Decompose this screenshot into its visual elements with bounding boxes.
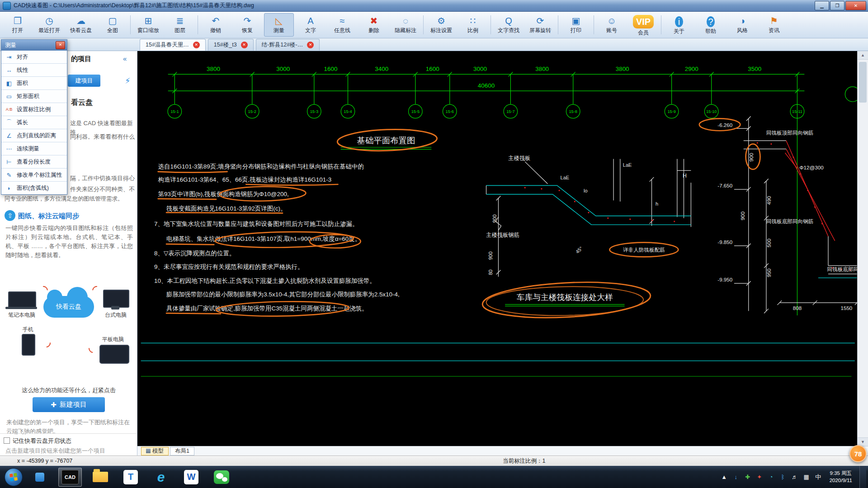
screen-rotate-button[interactable]: ⟳屏幕旋转	[525, 13, 555, 37]
open-button[interactable]: ❐打开	[3, 13, 33, 37]
svg-text:3000: 3000	[276, 66, 290, 72]
window-zoom-button[interactable]: ⊞窗口缩放	[133, 13, 163, 37]
annotation-settings-button[interactable]: ⚙标注设置	[426, 13, 456, 37]
svg-text:LaE: LaE	[623, 162, 632, 168]
text-search-button[interactable]: Q文字查找	[494, 13, 524, 37]
tray-expand-icon[interactable]: ▲	[720, 474, 728, 480]
health-tray-icon[interactable]: ✚	[744, 474, 752, 480]
taskbar-ie[interactable]: e	[149, 468, 173, 487]
scroll-up-icon[interactable]: ▲	[858, 51, 868, 60]
palette-item-segment-length[interactable]: ⊢查看分段长度	[1, 155, 67, 169]
taskbar-wps[interactable]: W	[179, 468, 203, 487]
new-project-small-button[interactable]: 建项目	[68, 75, 100, 87]
svg-text:808: 808	[793, 305, 802, 311]
svg-text:15-9: 15-9	[667, 109, 675, 114]
svg-text:15-4: 15-4	[344, 109, 352, 114]
checkbox-icon[interactable]	[4, 437, 10, 444]
scrollbar-thumb[interactable]	[859, 62, 867, 103]
text-icon: A	[307, 15, 313, 26]
volume-icon[interactable]: ♬	[791, 474, 799, 480]
measure-palette: 测量 ✕ ⇥对齐 ↔线性 ◧面积 ▭矩形面积 A:B设置标注比例 ⌒弧长 ∠点到…	[1, 39, 67, 195]
svg-text:-6.260: -6.260	[717, 122, 732, 128]
redo-button[interactable]: ↷恢复	[232, 13, 262, 37]
tab-close-icon[interactable]: ✕	[241, 42, 248, 48]
palette-item-rect-area[interactable]: ▭矩形面积	[1, 90, 67, 103]
palette-item-align[interactable]: ⇥对齐	[1, 51, 67, 64]
svg-text:h: h	[656, 201, 658, 206]
palette-item-arc-length[interactable]: ⌒弧长	[1, 116, 67, 129]
svg-text:15-5: 15-5	[411, 109, 420, 114]
security-tray-icon[interactable]: ✦	[755, 474, 764, 480]
palette-item-linear[interactable]: ↔线性	[1, 64, 67, 77]
freeline-button[interactable]: ≈任意线	[327, 13, 357, 37]
tab-doc-2[interactable]: 15#楼_t3 ✕	[208, 39, 254, 51]
tab-doc-1[interactable]: 15#温县春天里… ✕	[140, 39, 206, 51]
taskbar-wechat[interactable]	[210, 468, 233, 487]
layers-button[interactable]: ≣图层	[165, 13, 195, 37]
phone-label: 手机	[18, 326, 38, 333]
recent-open-button[interactable]: ◷最近打开	[34, 13, 64, 37]
palette-close-icon[interactable]: ✕	[56, 41, 65, 49]
undo-button[interactable]: ↶撤销	[201, 13, 231, 37]
hide-annotation-button[interactable]: ◌隐藏标注	[391, 13, 420, 37]
palette-item-area[interactable]: ◧面积	[1, 77, 67, 90]
svg-text:3800: 3800	[207, 66, 220, 72]
new-project-button[interactable]: ✚ 新建项目	[33, 397, 105, 412]
tab-doc-3[interactable]: 结-辉县12#楼-… ✕	[256, 39, 320, 51]
start-button[interactable]	[5, 468, 23, 486]
account-button[interactable]: ☺账号	[597, 13, 627, 37]
palette-titlebar[interactable]: 测量 ✕	[1, 40, 67, 51]
scale-button[interactable]: ∷比例	[458, 13, 488, 37]
floating-speed-badge[interactable]: 78	[849, 445, 867, 462]
text-button[interactable]: A文字	[296, 13, 326, 37]
remember-checkbox-row[interactable]: 记住快看云盘开启状态	[4, 437, 71, 445]
print-button[interactable]: ▣打印	[561, 13, 591, 37]
scroll-down-icon[interactable]: ▼	[858, 437, 868, 446]
cloud-drive-button[interactable]: ☁快看云盘	[66, 13, 96, 37]
tab-layout1[interactable]: 布局1	[170, 447, 194, 455]
taskbar-t-app[interactable]: T	[119, 468, 142, 487]
palette-item-set-scale[interactable]: A:B设置标注比例	[1, 103, 67, 116]
angle-icon: ∠	[5, 132, 14, 139]
sidebar-header-partial: 的项目	[71, 55, 91, 63]
drawing-canvas[interactable]: 3800 3000 1600 3400 1600 3000 3800 3800 …	[137, 51, 857, 446]
maximize-button[interactable]: ❐	[830, 1, 844, 10]
tab-model[interactable]: 模型	[141, 447, 169, 455]
sync-tray-icon[interactable]: ◔	[767, 474, 775, 480]
palette-item-edit-annotation[interactable]: ✎修改单个标注属性	[1, 169, 67, 182]
taskbar-quick-launch[interactable]	[28, 468, 52, 487]
ime-icon[interactable]: 中	[814, 473, 822, 481]
svg-text:车库与主楼筏板连接处大样: 车库与主楼筏板连接处大样	[517, 293, 613, 302]
tab-close-icon[interactable]: ✕	[193, 42, 200, 48]
drawing-viewport[interactable]: 3800 3000 1600 3400 1600 3000 3800 3800 …	[137, 51, 857, 446]
palette-item-point-line-distance[interactable]: ∠点到直线的距离	[1, 129, 67, 142]
network-icon[interactable]: ▦	[802, 474, 811, 480]
style-button[interactable]: ◑风格	[727, 13, 757, 37]
help-icon: ?	[707, 16, 715, 27]
show-desktop-button[interactable]	[859, 466, 866, 488]
delete-button[interactable]: ✖删除	[359, 13, 389, 37]
close-button[interactable]: ✕	[845, 1, 866, 10]
palette-item-continuous-measure[interactable]: ⋯连续测量	[1, 142, 67, 155]
taskbar-cad-app[interactable]: CAD	[58, 468, 82, 487]
news-button[interactable]: ⚑资讯	[759, 13, 789, 37]
vertical-scrollbar[interactable]: ▲ ▼	[857, 51, 868, 446]
measure-button[interactable]: ◺测量	[264, 13, 294, 37]
svg-text:900: 900	[748, 153, 754, 161]
sync-bolt-icon[interactable]: ⚡	[125, 76, 131, 86]
full-view-button[interactable]: ▢全图	[98, 13, 127, 37]
taskbar-explorer[interactable]	[89, 468, 112, 487]
tab-close-icon[interactable]: ✕	[307, 42, 314, 48]
intro-line-2: 同利器。来看看都有什么	[70, 132, 136, 141]
minimize-button[interactable]: ▁	[815, 1, 829, 10]
download-tray-icon[interactable]: ↓	[732, 474, 740, 480]
vip-member-button[interactable]: VIP会员	[628, 13, 658, 37]
taskbar-clock[interactable]: 9:35 周五 2020/9/11	[830, 470, 852, 484]
palette-item-area-arc[interactable]: ◗面积(含弧线)	[1, 182, 67, 194]
sidebar-collapse-button[interactable]: «	[123, 55, 127, 62]
bluetooth-icon[interactable]: ᛒ	[779, 474, 787, 480]
recent-icon: ◷	[45, 15, 53, 26]
about-button[interactable]: i关于	[664, 13, 694, 37]
help-button[interactable]: ?帮助	[696, 13, 726, 37]
full-view-icon: ▢	[108, 15, 117, 26]
